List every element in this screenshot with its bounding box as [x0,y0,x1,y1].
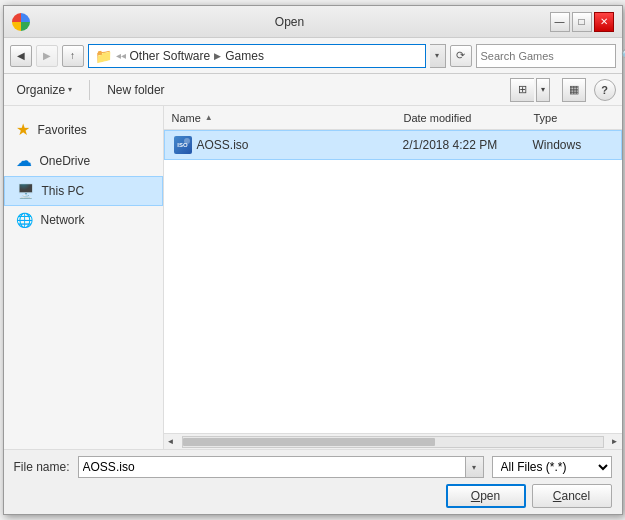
chrome-icon [12,13,30,31]
sidebar-item-favorites[interactable]: ★ Favorites [4,114,163,145]
scroll-right-arrow[interactable]: ► [608,435,622,449]
close-button[interactable]: ✕ [594,12,614,32]
scrollbar-track[interactable] [182,436,604,448]
view-panel-button[interactable]: ▦ [562,78,586,102]
up-button[interactable]: ↑ [62,45,84,67]
address-path-box[interactable]: 📁 ◂◂ Other Software ▶ Games [88,44,426,68]
iso-file-icon: ISO [174,136,192,154]
maximize-button[interactable]: □ [572,12,592,32]
search-box: 🔍 [476,44,616,68]
toolbar-separator [89,80,90,100]
forward-button[interactable]: ▶ [36,45,58,67]
organize-button[interactable]: Organize ▾ [10,79,80,101]
this-pc-icon: 🖥️ [17,183,34,199]
sidebar-item-onedrive[interactable]: ☁ OneDrive [4,145,163,176]
scroll-left-arrow[interactable]: ◄ [164,435,178,449]
network-icon: 🌐 [16,212,33,228]
sidebar-item-network[interactable]: 🌐 Network [4,206,163,234]
title-bar: Open — □ ✕ [4,6,622,38]
table-row[interactable]: ISO AOSS.iso 2/1/2018 4:22 PM Windows [164,130,622,160]
filetype-select[interactable]: All Files (*.*) ISO Files (*.iso) [492,456,612,478]
filename-row: File name: ▾ All Files (*.*) ISO Files (… [14,456,612,478]
open-button[interactable]: Open [446,484,526,508]
dialog-title: Open [30,15,550,29]
cancel-button[interactable]: Cancel [532,484,612,508]
buttons-row: Open Cancel [14,484,612,508]
onedrive-icon: ☁ [16,151,32,170]
this-pc-label: This PC [42,184,85,198]
minimize-button[interactable]: — [550,12,570,32]
cancel-label: Cancel [553,489,590,503]
view-dropdown-button[interactable]: ▾ [536,78,550,102]
scrollbar-thumb[interactable] [183,438,435,446]
path-games: Games [225,49,264,63]
file-icon: ISO [173,135,193,155]
column-type-label: Type [534,112,558,124]
toolbar: Organize ▾ New folder ⊞ ▾ ▦ ? [4,74,622,106]
favorites-icon: ★ [16,120,30,139]
filename-input[interactable] [78,456,466,478]
new-folder-button[interactable]: New folder [100,79,171,101]
new-folder-label: New folder [107,83,164,97]
network-label: Network [41,213,85,227]
search-input[interactable] [481,50,619,62]
open-label: Open [471,489,500,503]
refresh-button[interactable]: ⟳ [450,45,472,67]
sidebar-item-this-pc[interactable]: 🖥️ This PC [4,176,163,206]
sidebar: ★ Favorites ☁ OneDrive 🖥️ This PC 🌐 Netw… [4,106,164,449]
filename-input-wrapper: ▾ [78,456,484,478]
file-list-header: Name ▲ Date modified Type [164,106,622,130]
bottom-bar: File name: ▾ All Files (*.*) ISO Files (… [4,449,622,514]
sort-arrow-up: ▲ [205,113,213,122]
favorites-label: Favorites [38,123,87,137]
file-type: Windows [533,138,613,152]
file-list-body: ISO AOSS.iso 2/1/2018 4:22 PM Windows [164,130,622,433]
file-date: 2/1/2018 4:22 PM [403,138,533,152]
address-separator: ◂◂ [116,50,126,61]
open-dialog: Open — □ ✕ ◀ ▶ ↑ 📁 ◂◂ Other Software ▶ G… [3,5,623,515]
search-icon: 🔍 [621,49,626,62]
column-type[interactable]: Type [534,112,614,124]
view-list-button[interactable]: ⊞ [510,78,534,102]
column-name-label: Name [172,112,201,124]
horizontal-scrollbar: ◄ ► [164,433,622,449]
file-name: AOSS.iso [197,138,403,152]
organize-dropdown-arrow: ▾ [68,85,72,94]
main-content: ★ Favorites ☁ OneDrive 🖥️ This PC 🌐 Netw… [4,106,622,449]
path-other-software: Other Software [130,49,211,63]
onedrive-label: OneDrive [40,154,91,168]
filename-label: File name: [14,460,70,474]
address-bar: ◀ ▶ ↑ 📁 ◂◂ Other Software ▶ Games ▾ ⟳ 🔍 [4,38,622,74]
filetype-select-wrapper: All Files (*.*) ISO Files (*.iso) [492,456,612,478]
column-name[interactable]: Name ▲ [172,112,404,124]
back-button[interactable]: ◀ [10,45,32,67]
help-button[interactable]: ? [594,79,616,101]
address-dropdown-button[interactable]: ▾ [430,44,446,68]
organize-label: Organize [17,83,66,97]
path-chevron: ▶ [214,51,221,61]
column-date[interactable]: Date modified [404,112,534,124]
toolbar-view-icons: ⊞ ▾ [510,78,550,102]
column-date-label: Date modified [404,112,472,124]
filename-dropdown-button[interactable]: ▾ [466,456,484,478]
file-list-area: Name ▲ Date modified Type ISO AOSS.iso 2 [164,106,622,449]
title-bar-controls: — □ ✕ [550,12,614,32]
folder-icon: 📁 [95,48,112,64]
